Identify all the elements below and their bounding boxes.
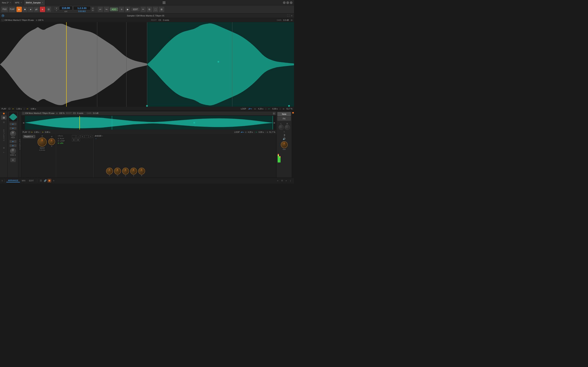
edit-button[interactable]: EDIT [131,8,140,11]
status-bars-icon[interactable]: ≡ [52,179,55,182]
route-btn-1[interactable]: ⇄ [9,123,17,125]
tab-close-new2[interactable]: × [10,1,11,4]
route-btn-4[interactable]: ⇄ [9,144,17,147]
l-knob[interactable] [279,125,284,130]
ahdsr-a-knob[interactable] [106,168,113,175]
play-again-button[interactable]: ▶ [125,7,130,12]
mini-loop-marker[interactable] [193,122,195,124]
power-button[interactable]: ⏻ [1,14,4,17]
status-icon-2[interactable]: ⊟ [280,179,284,182]
glide-knob[interactable] [10,148,16,154]
ahdsr-arrow[interactable]: → [95,137,104,140]
status-orange-btn[interactable] [48,179,51,182]
nudge-down[interactable]: ▼ [91,9,94,11]
ahdsr-r-knob[interactable] [138,168,145,175]
record-button[interactable]: ● [28,7,33,12]
duplicate-button[interactable]: ⊞ [159,7,164,12]
clip-button[interactable]: ⊟ [46,7,51,12]
play-label-button[interactable]: PLAY [9,7,16,12]
query-btn[interactable]: ? [284,134,285,137]
route-btn-3[interactable]: ⇄ [9,140,17,143]
edit-tab[interactable]: EDIT [27,179,35,182]
play-options[interactable] [9,108,10,109]
pitch-knob[interactable] [10,131,16,136]
copy-button[interactable]: ⧉ [147,7,152,12]
tab-mpe[interactable]: MPE × [13,0,24,5]
window-controls [283,1,294,4]
wave-scroll-right[interactable]: ▶ [273,116,276,130]
env-a-knob[interactable] [48,138,55,145]
close-sampler-button[interactable]: × [291,14,293,17]
play-button[interactable]: ▶ [17,7,22,12]
mini-play-opt[interactable] [28,131,30,133]
freq-value: 2.25 kHz [39,149,45,151]
arrange-tab[interactable]: ARRANGE [6,179,20,182]
tab-new2[interactable]: New 2* × [0,0,13,5]
wave-scroll-left[interactable]: ◀ [22,116,25,130]
add-device-btn[interactable]: + [10,158,16,162]
add-track-button[interactable]: + [40,7,45,12]
status-icon-1[interactable]: ≡ [276,179,279,182]
stop-button[interactable]: ■ [22,7,27,12]
ahdsr-h-knob[interactable] [114,168,121,175]
file-button[interactable]: FILE [1,7,8,12]
out-knob[interactable] [281,141,288,148]
mixer-button[interactable]: ≡ [119,7,124,12]
len-radio[interactable] [58,142,59,144]
mix-tab[interactable]: MIX [20,179,27,182]
env-shape-3[interactable]: ∧ [80,135,84,138]
sidebar-icon-chain[interactable]: ⊞ [1,146,7,150]
route-btn-2[interactable]: ⇄ [9,127,17,130]
env-shape-1[interactable]: ⌒ [72,135,76,138]
expand-button[interactable]: ⛶ [287,14,289,17]
nudge-up[interactable]: ▲ [91,7,94,9]
sidebar-icon-power[interactable]: ⏻ [1,116,7,120]
ahdsr-dropdown[interactable]: ▾ [102,135,103,137]
r-knob[interactable] [285,125,290,130]
loop-marker-mid[interactable] [218,61,219,63]
env-shape-2[interactable]: ⌓ [76,135,80,138]
maximize-btn[interactable] [286,1,289,4]
paste-button[interactable]: ⬚ [153,7,158,12]
fx-button[interactable]: FX [277,117,291,121]
tab-bws4[interactable]: BWS4_Sampler × [24,0,45,5]
tab-close-bws4[interactable]: × [42,1,43,4]
add-button[interactable]: ADD [110,8,118,11]
status-chain-icon[interactable]: ⛓ [39,179,43,182]
waveform-settings[interactable]: ⊞ [291,19,293,21]
mini-loop-lbl: LOOP [234,131,240,133]
bar-beat-display[interactable]: 1.2.3.33 [73,6,91,10]
sampler-expand[interactable]: ⊞ [273,112,275,115]
tab-close-mpe[interactable]: × [21,1,22,4]
snap-grid[interactable]: ⊟ [55,7,58,9]
sidebar-icon-view[interactable]: ⊟ [1,120,7,124]
lr-knobs: L R [279,123,290,130]
env-shape-4[interactable]: ⌒ [85,135,88,138]
status-link-icon[interactable]: 🔗 [43,179,47,182]
note-button[interactable]: Note [277,112,291,116]
add-lr-btn[interactable]: + [284,131,285,133]
speaker-btn[interactable]: 🔊 [283,137,285,140]
ahdsr-s-knob[interactable] [130,168,137,175]
loop-button[interactable]: ⇄ [34,7,39,12]
close-btn[interactable] [290,1,293,4]
speed-knob[interactable] [37,137,47,147]
loop-radio[interactable] [58,140,59,142]
redo-button[interactable]: ↪ [104,7,109,12]
settings-icon[interactable]: ⚙ [41,135,43,137]
env-shape-5[interactable]: ∿ [89,135,93,138]
sidebar-icon-plus[interactable]: + [1,150,7,154]
status-icon-4[interactable]: | [289,179,292,182]
info-icon[interactable]: i [2,179,2,182]
tempo-display[interactable]: 110.00 [59,6,73,10]
env-shape-7[interactable]: ⊞ [76,138,80,142]
cut-button[interactable]: ✂ [140,7,146,12]
undo-button[interactable]: ↩ [98,7,103,12]
repitch-dropdown[interactable]: Repitch ▾ [23,135,35,138]
minimize-btn[interactable] [283,1,285,4]
play-radio[interactable] [58,138,59,139]
env-shape-6[interactable]: ⊟ [72,138,76,142]
status-icon-3[interactable]: ≡ [285,179,288,182]
ahdsr-d-knob[interactable] [122,168,129,175]
loop-end-marker[interactable] [288,105,290,107]
